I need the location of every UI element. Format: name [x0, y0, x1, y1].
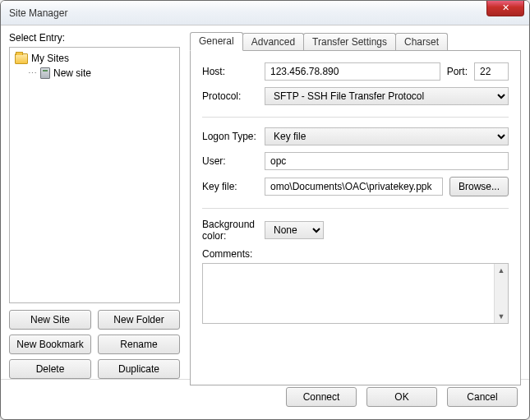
user-input[interactable] — [265, 152, 509, 170]
comments-textarea[interactable]: ▲ ▼ — [202, 263, 509, 324]
cancel-button[interactable]: Cancel — [447, 387, 518, 407]
connect-button[interactable]: Connect — [286, 387, 357, 407]
user-label: User: — [202, 155, 258, 167]
tab-advanced[interactable]: Advanced — [242, 33, 304, 50]
host-label: Host: — [202, 66, 258, 77]
protocol-label: Protocol: — [202, 90, 258, 102]
site-tree[interactable]: My Sites ⋯ New site — [9, 47, 180, 303]
separator — [202, 117, 509, 118]
left-panel: Select Entry: My Sites ⋯ New site New Si… — [9, 32, 180, 379]
window-title: Site Manager — [9, 7, 67, 19]
new-bookmark-button[interactable]: New Bookmark — [9, 335, 91, 354]
scrollbar[interactable]: ▲ ▼ — [494, 264, 508, 323]
close-icon: ✕ — [502, 2, 509, 12]
tree-branch-icon: ⋯ — [28, 68, 36, 79]
tree-item[interactable]: ⋯ New site — [12, 66, 177, 81]
host-input[interactable] — [265, 62, 440, 81]
browse-button[interactable]: Browse... — [449, 177, 509, 196]
rename-button[interactable]: Rename — [98, 335, 180, 354]
close-button[interactable]: ✕ — [486, 0, 524, 16]
duplicate-button[interactable]: Duplicate — [98, 359, 180, 379]
protocol-select[interactable]: SFTP - SSH File Transfer Protocol — [265, 87, 509, 105]
server-icon — [40, 67, 50, 79]
tab-panel-general: Host: Port: Protocol: SFTP - SSH File Tr… — [190, 50, 521, 385]
new-site-button[interactable]: New Site — [9, 310, 91, 330]
tab-transfer-settings[interactable]: Transfer Settings — [303, 33, 396, 50]
tab-general[interactable]: General — [190, 32, 243, 51]
tab-charset[interactable]: Charset — [395, 33, 448, 50]
site-buttons: New Site New Folder New Bookmark Rename … — [9, 310, 180, 379]
tree-root-label: My Sites — [31, 53, 69, 64]
new-folder-button[interactable]: New Folder — [98, 310, 180, 330]
port-label: Port: — [447, 66, 468, 77]
tab-strip: General Advanced Transfer Settings Chars… — [190, 32, 521, 50]
right-panel: General Advanced Transfer Settings Chars… — [190, 32, 521, 379]
delete-button[interactable]: Delete — [9, 359, 91, 379]
bg-color-label: Background color: — [202, 219, 258, 242]
logon-type-label: Logon Type: — [202, 131, 258, 142]
ok-button[interactable]: OK — [366, 387, 437, 407]
tree-root[interactable]: My Sites — [12, 51, 177, 66]
select-entry-label: Select Entry: — [9, 32, 180, 44]
folder-icon — [15, 53, 28, 64]
comments-label: Comments: — [202, 248, 509, 260]
keyfile-input[interactable] — [265, 178, 443, 196]
scroll-up-icon[interactable]: ▲ — [498, 264, 505, 277]
separator — [202, 208, 509, 209]
tree-item-label: New site — [53, 67, 91, 79]
logon-type-select[interactable]: Key file — [265, 127, 509, 145]
keyfile-label: Key file: — [202, 181, 258, 192]
bg-color-select[interactable]: None — [265, 221, 324, 239]
port-input[interactable] — [474, 62, 509, 81]
titlebar: Site Manager ✕ — [1, 1, 529, 25]
scroll-down-icon[interactable]: ▼ — [498, 310, 505, 323]
